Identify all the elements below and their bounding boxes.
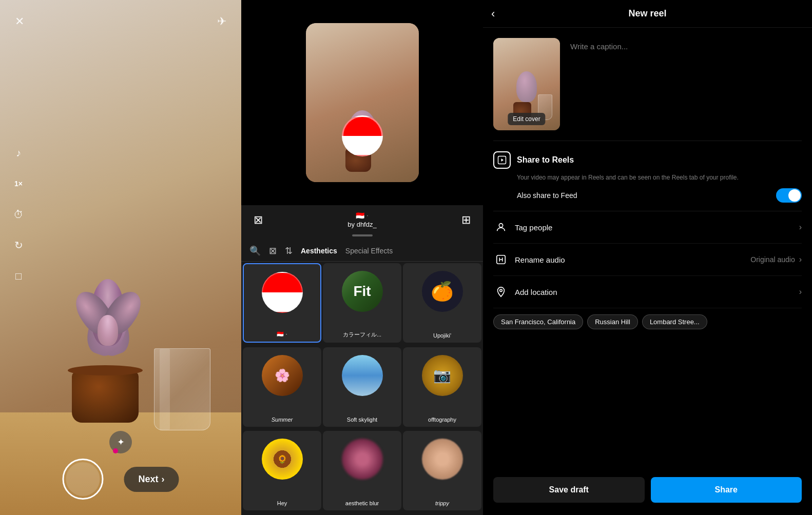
effect-name-color-film: カラーフィル... (343, 331, 381, 339)
tab-aesthetics[interactable]: Aesthetics (301, 245, 337, 257)
effect-thumb-sky (323, 347, 401, 404)
music-button[interactable]: ♪ (9, 144, 28, 162)
effect-thumb-upojiki: 🍊 (403, 263, 481, 320)
chip-san-francisco[interactable]: San Francisco, California (493, 314, 583, 329)
edit-cover-button[interactable]: Edit cover (508, 113, 545, 125)
effect-name-upojiki: Upojiki' (433, 332, 451, 339)
effect-name-hey: Hey (277, 500, 287, 506)
saved-tab-icon[interactable]: ⊠ (269, 245, 277, 256)
flag-circle (262, 272, 303, 313)
effect-summer[interactable]: 🌸 Summer (243, 347, 321, 427)
tag-people-icon (493, 220, 509, 235)
succulent-plant (74, 253, 141, 377)
effects-panel: Try audio tools like voiceover, sound ef… (241, 0, 483, 515)
effect-thumb-flag (244, 264, 320, 321)
share-to-reels-section: Share to Reels Your video may appear in … (493, 143, 802, 211)
rename-audio-label: Rename audio (515, 255, 750, 264)
flash-icon: ✈ (212, 12, 231, 31)
shutter-inner (66, 462, 100, 496)
add-to-story-icon[interactable]: ⊞ (461, 213, 471, 227)
sticker-button[interactable]: □ (9, 267, 28, 285)
effect-name-flag: 🇮🇩 · (277, 331, 287, 338)
effect-upojiki[interactable]: 🍊 Upojiki' (403, 263, 481, 343)
caption-input[interactable]: Write a caption... (570, 38, 802, 130)
next-button[interactable]: Next › (124, 467, 179, 492)
effect-hey[interactable]: 🌻 Hey (243, 431, 321, 510)
svg-point-4 (500, 289, 502, 292)
sparkle-icon: ✦ (117, 437, 125, 448)
effect-flag[interactable]: 🇮🇩 · (243, 263, 321, 343)
preview-card: Try audio tools like voiceover, sound ef… (306, 23, 419, 182)
also-share-label: Also share to Feed (517, 191, 577, 200)
tag-people-item[interactable]: Tag people › (493, 211, 802, 244)
also-share-toggle[interactable] (776, 188, 802, 203)
flag-row: 🇮🇩 · (356, 211, 368, 220)
share-button[interactable]: Share (651, 477, 802, 503)
share-reels-header: Share to Reels (493, 151, 802, 169)
shutter-area: Next › (62, 459, 179, 500)
shutter-button[interactable] (62, 459, 103, 500)
sunflower-circle: 🌻 (262, 439, 303, 480)
svg-marker-1 (501, 159, 504, 162)
sky-circle (342, 355, 383, 396)
forest-circle: Fit (342, 271, 383, 312)
add-location-item[interactable]: Add location › (493, 276, 802, 308)
recording-indicator (113, 448, 118, 453)
tab-special-effects[interactable]: Special Effects (345, 245, 393, 257)
flip-button[interactable]: ↻ (9, 236, 28, 254)
preview-actions-bar: ⊠ 🇮🇩 · by dhfdz_ ⊞ (241, 205, 483, 234)
adjust-tab-icon[interactable]: ⇅ (285, 245, 293, 256)
rename-audio-value: Original audio (750, 255, 795, 264)
save-draft-button[interactable]: Save draft (493, 477, 645, 503)
effect-thumb-hey: 🌻 (243, 431, 321, 487)
trippy-circle (422, 439, 463, 480)
blur-circle (342, 439, 383, 480)
chip-russian-hill[interactable]: Russian Hill (587, 314, 638, 329)
add-location-label: Add location (515, 288, 799, 296)
reel-footer: Save draft Share (483, 469, 812, 515)
reel-title: New reel (628, 8, 666, 19)
flag-emoji: 🇮🇩 (356, 211, 364, 220)
rename-audio-icon (493, 252, 509, 267)
fit-icon: Fit (353, 283, 371, 300)
divider-1 (493, 141, 802, 141)
reel-header: ‹ New reel (483, 0, 812, 28)
camera-controls: ♪ 1× ⏱ ↻ □ (9, 144, 28, 285)
effect-thumb-summer: 🌸 (243, 347, 321, 404)
chip-lombard-street[interactable]: Lombard Stree... (642, 314, 707, 329)
tag-people-label: Tag people (515, 223, 799, 232)
effect-thumb-camera: 📷 (403, 347, 481, 404)
effect-trippy[interactable]: trippy (403, 431, 481, 510)
camera-panel: ✕ ✈ ♪ 1× ⏱ ↻ □ ✦ Next (0, 0, 241, 515)
effect-thumb-blur (323, 431, 401, 487)
add-location-chevron: › (799, 287, 802, 296)
flower-pot (72, 371, 139, 423)
share-reels-title: Share to Reels (517, 155, 574, 165)
new-reel-panel: ‹ New reel Edit cover Write a caption... (483, 0, 812, 515)
cover-thumbnail: Edit cover (493, 38, 560, 130)
flash-button[interactable]: ✈ (212, 12, 231, 31)
author-name: by dhfdz_ (347, 221, 376, 228)
also-share-feed-row: Also share to Feed (517, 188, 802, 203)
dot-separator: · (366, 212, 368, 219)
close-icon: ✕ (10, 12, 29, 31)
effect-offtography[interactable]: 📷 offtography (403, 347, 481, 427)
effect-soft-skylight[interactable]: Soft skylight (323, 347, 401, 427)
back-button[interactable]: ‹ (491, 7, 495, 21)
effects-preview-area: Try audio tools like voiceover, sound ef… (241, 0, 483, 205)
rename-audio-item[interactable]: Rename audio Original audio › (493, 244, 802, 276)
effect-name-trippy: trippy (435, 500, 449, 506)
effect-name-offtography: offtography (428, 417, 456, 423)
effect-name-blur: aesthetic blur (345, 500, 379, 506)
add-location-icon (493, 284, 509, 300)
reel-body: Edit cover Write a caption... Share to R… (483, 28, 812, 469)
speed-button[interactable]: 1× (9, 174, 28, 193)
timer-button[interactable]: ⏱ (9, 205, 28, 224)
effect-color-film[interactable]: Fit カラーフィル... (323, 263, 401, 343)
reels-icon (493, 151, 511, 169)
close-button[interactable]: ✕ (10, 12, 29, 31)
search-tab-icon[interactable]: 🔍 (249, 245, 261, 256)
effect-name-sky: Soft skylight (347, 417, 377, 423)
save-icon[interactable]: ⊠ (254, 213, 263, 227)
effect-aesthetic-blur[interactable]: aesthetic blur (323, 431, 401, 510)
